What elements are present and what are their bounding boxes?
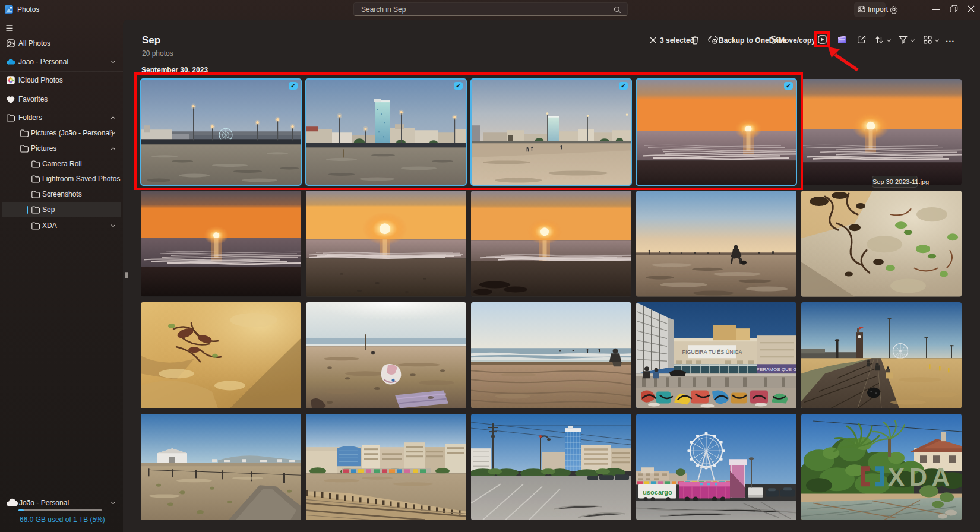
svg-text:XDA: XDA [888, 463, 950, 491]
svg-text:FIGUEIRA TU ÉS ÚNICA: FIGUEIRA TU ÉS ÚNICA [682, 349, 742, 355]
svg-text:usocargo: usocargo [643, 489, 672, 496]
